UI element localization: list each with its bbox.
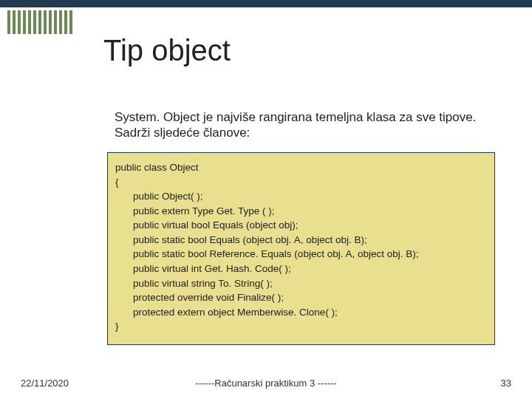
code-line: public class Object: [115, 160, 487, 175]
slide-title: Tip object: [103, 34, 231, 67]
code-line: public Object( );: [115, 189, 487, 204]
code-line: public virtual bool Equals (object obj);: [115, 218, 487, 233]
code-line: public static bool Equals (object obj. A…: [115, 233, 487, 248]
decorative-stripes: [7, 10, 72, 34]
slide-footer: 22/11/2020 ------Računarski praktikum 3 …: [0, 378, 532, 389]
code-line: protected extern object Memberwise. Clon…: [115, 305, 487, 320]
footer-page-number: 33: [501, 378, 511, 389]
top-accent-bar: [0, 0, 532, 7]
code-line: public extern Type Get. Type ( );: [115, 204, 487, 219]
code-line: protected override void Finalize( );: [115, 290, 487, 305]
footer-date: 22/11/2020: [21, 378, 69, 389]
code-line: public virtual int Get. Hash. Code( );: [115, 262, 487, 276]
slide-description: System. Object je najviše rangirana teme…: [115, 109, 488, 141]
code-line: public static bool Reference. Equals (ob…: [115, 247, 487, 262]
code-line: }: [115, 319, 487, 334]
code-block: public class Object { public Object( ); …: [107, 152, 495, 345]
code-line: public virtual string To. String( );: [115, 276, 487, 291]
code-line: {: [115, 175, 487, 190]
footer-center: ------Računarski praktikum 3 ------: [195, 378, 336, 389]
